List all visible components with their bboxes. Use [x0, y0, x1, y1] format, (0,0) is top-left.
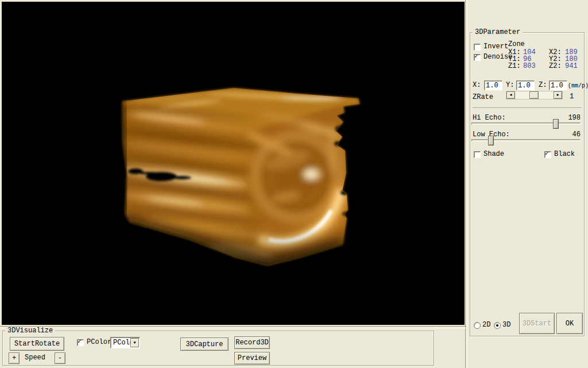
pcolor-combobox[interactable]: PColor ▼: [110, 337, 140, 348]
visualize-groupbox: 3DVisualize StartRotate ✓ PColor PColor …: [2, 331, 434, 366]
zone-z2-label: Z2:: [549, 63, 562, 70]
mode-3d-radio[interactable]: [494, 322, 501, 329]
speed-label: Speed: [25, 354, 45, 362]
capture-3d-button[interactable]: 3DCapture: [180, 338, 229, 351]
section-separator: [473, 108, 582, 109]
zone-z1-label: Z1:: [508, 63, 521, 70]
z-scale-label: Z:: [539, 82, 547, 89]
hi-echo-slider-track[interactable]: [471, 122, 581, 125]
panel-divider-vertical: [465, 0, 467, 368]
start3d-button[interactable]: 3DStart: [519, 313, 555, 334]
invert-checkbox[interactable]: ✓: [474, 44, 481, 51]
check-icon: ✓: [78, 338, 82, 345]
zrate-value: 1: [570, 93, 574, 101]
pcolor-combobox-dropdown-button[interactable]: ▼: [130, 338, 139, 347]
hi-echo-slider-thumb[interactable]: [553, 119, 559, 129]
denoise-checkbox[interactable]: ✓: [474, 54, 481, 61]
x-scale-input[interactable]: [484, 80, 502, 90]
dropdown-icon: ▼: [133, 340, 136, 345]
shade-checkbox[interactable]: ✓: [474, 151, 481, 158]
pcolor-label: PColor: [87, 339, 111, 346]
mode-2d-label: 2D: [482, 321, 490, 329]
speed-minus-button[interactable]: -: [55, 352, 65, 364]
black-checkbox[interactable]: ✓: [544, 151, 551, 158]
zone-label: Zone: [508, 41, 525, 48]
low-echo-slider-thumb[interactable]: [488, 136, 494, 145]
check-icon: ✓: [545, 150, 549, 157]
app-window: { "icons": { "check": "✓", "arrow_left":…: [0, 0, 588, 368]
hi-echo-value: 198: [556, 114, 581, 122]
check-icon: ✓: [474, 53, 478, 60]
scale-unit-label: (mm/p): [568, 82, 588, 90]
ok-button[interactable]: OK: [556, 313, 583, 334]
zrate-scroll-left-button[interactable]: ◄: [506, 91, 515, 99]
shade-label: Shade: [483, 151, 504, 158]
zone-z2-value: 941: [565, 63, 578, 70]
zrate-scrollbar[interactable]: ◄ ►: [506, 91, 563, 99]
parameter-group-title: 3DParameter: [473, 28, 523, 36]
parameter-groupbox: 3DParameter ✓ Invert ✓ Denoise Zone X1: …: [470, 32, 585, 336]
y-scale-label: Y:: [506, 82, 514, 89]
zrate-label: ZRate: [473, 94, 493, 101]
x-scale-label: X:: [473, 82, 481, 89]
panel-divider-horizontal: [0, 326, 466, 328]
mode-2d-radio[interactable]: [474, 322, 481, 329]
hi-echo-label: Hi Echo:: [473, 114, 506, 122]
start-rotate-button[interactable]: StartRotate: [10, 337, 64, 351]
visualize-group-title: 3DVisualize: [5, 327, 55, 335]
render-viewport[interactable]: [2, 2, 465, 325]
low-echo-value: 46: [556, 131, 581, 139]
zrate-scroll-thumb[interactable]: [529, 91, 539, 99]
ultrasound-volume-render: [2, 2, 465, 325]
black-label: Black: [554, 151, 575, 158]
zrate-scroll-right-button[interactable]: ►: [554, 91, 562, 99]
radio-dot-icon: [496, 324, 498, 327]
invert-label: Invert: [483, 43, 508, 51]
speed-plus-button[interactable]: +: [9, 352, 20, 364]
preview-button[interactable]: Preview: [234, 352, 270, 365]
y-scale-input[interactable]: [516, 80, 535, 90]
zone-z1-value: 803: [523, 63, 536, 70]
record-3d-button[interactable]: Record3D: [234, 336, 270, 349]
arrow-left-icon: ◄: [509, 93, 512, 97]
arrow-right-icon: ►: [556, 93, 559, 97]
pcolor-checkbox[interactable]: ✓: [77, 339, 84, 346]
z-scale-input[interactable]: [549, 80, 567, 90]
mode-3d-label: 3D: [502, 321, 510, 329]
